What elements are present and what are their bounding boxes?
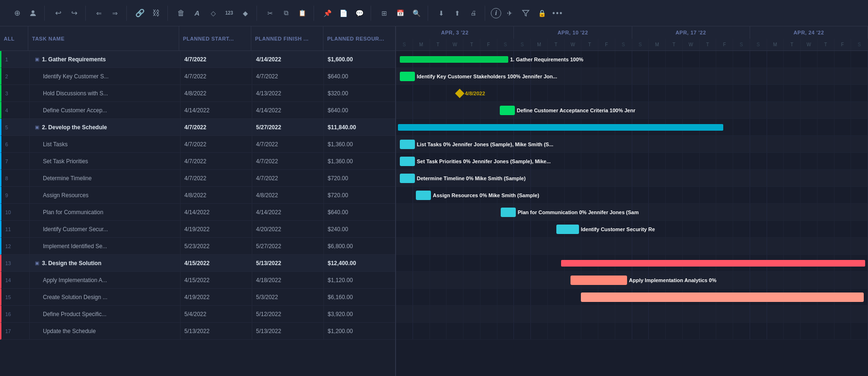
gantt-bar[interactable] — [400, 157, 415, 166]
table-row[interactable]: 1 ▣ 1. Gather Requirements 4/7/2022 4/14… — [0, 51, 395, 68]
gantt-row[interactable]: 1. Gather Requirements 100% — [396, 51, 868, 68]
gantt-row[interactable]: 4/8/2022 — [396, 85, 868, 102]
shape-icon[interactable]: ◇ — [206, 6, 221, 21]
grid-body[interactable]: 1 ▣ 1. Gather Requirements 4/7/2022 4/14… — [0, 51, 395, 376]
search-icon[interactable]: 🔍 — [409, 6, 424, 21]
link-icon[interactable]: 🔗 — [132, 6, 148, 21]
gantt-bar[interactable] — [416, 191, 431, 200]
gantt-body[interactable]: 1. Gather Requirements 100%Identify Key … — [396, 51, 868, 376]
download-icon[interactable]: ⬇ — [434, 6, 449, 21]
row-start-cell: 4/19/2022 — [181, 221, 252, 237]
gantt-day: W — [683, 39, 700, 51]
gantt-milestone[interactable] — [455, 89, 464, 98]
more-options-icon[interactable]: ••• — [550, 6, 565, 21]
delete-icon[interactable]: 🗑 — [174, 6, 189, 21]
print-icon[interactable]: 🖨 — [466, 6, 481, 21]
table-row[interactable]: 6 List Tasks 4/7/2022 4/7/2022 $1,360.00 — [0, 136, 395, 153]
gantt-bar[interactable] — [500, 106, 515, 115]
gantt-bar[interactable] — [400, 72, 415, 81]
gantt-bar[interactable] — [581, 292, 864, 302]
row-finish-cell: 4/14/2022 — [252, 204, 324, 220]
gantt-bar[interactable] — [400, 56, 508, 63]
send-icon[interactable]: ✈ — [502, 6, 517, 21]
add-icon[interactable]: ⊕ — [9, 6, 25, 21]
comment-icon[interactable]: 💬 — [352, 6, 367, 21]
gantt-row[interactable] — [396, 238, 868, 255]
gantt-day: F — [835, 39, 851, 51]
table-row[interactable]: 3 Hold Discussions with S... 4/8/2022 4/… — [0, 85, 395, 102]
gantt-bar[interactable] — [398, 124, 723, 131]
table-row[interactable]: 4 Define Customer Accep... 4/14/2022 4/1… — [0, 102, 395, 119]
table-row[interactable]: 8 Determine Timeline 4/7/2022 4/7/2022 $… — [0, 170, 395, 187]
gantt-bar[interactable] — [400, 174, 415, 183]
table-row[interactable]: 5 ▣ 2. Develop the Schedule 4/7/2022 5/2… — [0, 119, 395, 136]
table-row[interactable]: 17 Update the Schedule 5/13/2022 5/13/20… — [0, 323, 395, 340]
gantt-row[interactable] — [396, 119, 868, 136]
gantt-day: S — [750, 39, 767, 51]
paste-icon[interactable]: 📋 — [295, 6, 310, 21]
calendar-icon[interactable]: 📅 — [393, 6, 408, 21]
text-format-icon[interactable]: A — [190, 6, 205, 21]
gantt-row[interactable] — [396, 306, 868, 323]
row-task-cell: Set Task Priorities — [30, 153, 181, 169]
table-row[interactable]: 7 Set Task Priorities 4/7/2022 4/7/2022 … — [0, 153, 395, 170]
collapse-icon[interactable]: ▣ — [33, 260, 40, 267]
task-name-label: Define Product Specific... — [43, 311, 107, 318]
outdent-icon[interactable]: ⇐ — [91, 6, 107, 21]
doc-icon[interactable]: 📄 — [336, 6, 351, 21]
row-start-cell: 4/8/2022 — [181, 187, 252, 203]
diamond-filled-icon[interactable]: ◆ — [238, 6, 253, 21]
gantt-bar[interactable] — [556, 225, 579, 234]
table-row[interactable]: 10 Plan for Communication 4/14/2022 4/14… — [0, 204, 395, 221]
pin-icon[interactable]: 📌 — [320, 6, 335, 21]
user-icon[interactable] — [25, 6, 41, 21]
indent-icon[interactable]: ⇒ — [107, 6, 123, 21]
undo-icon[interactable]: ↩ — [50, 6, 66, 21]
gantt-row[interactable]: Set Task Priorities 0% Jennifer Jones (S… — [396, 153, 868, 170]
gantt-week-4: APR, 24 '22 — [750, 26, 868, 39]
table-row[interactable]: 11 Identify Customer Secur... 4/19/2022 … — [0, 221, 395, 238]
unlink-icon[interactable]: ⛓ — [149, 6, 164, 21]
gantt-bar[interactable] — [501, 208, 516, 217]
lock-icon[interactable]: 🔒 — [534, 6, 549, 21]
gantt-row[interactable] — [396, 255, 868, 272]
table-row[interactable]: 15 Create Solution Design ... 4/19/2022 … — [0, 289, 395, 306]
gantt-row[interactable]: Assign Resources 0% Mike Smith (Sample) — [396, 187, 868, 204]
scissors-icon[interactable]: ✂ — [263, 6, 278, 21]
info-icon[interactable]: i — [491, 8, 501, 18]
table-row[interactable]: 16 Define Product Specific... 5/4/2022 5… — [0, 306, 395, 323]
gantt-row[interactable]: Apply Implementation Analytics 0% — [396, 272, 868, 289]
gantt-week-3: APR, 17 '22 — [632, 26, 750, 39]
gantt-bar[interactable] — [561, 260, 865, 267]
gantt-row[interactable] — [396, 323, 868, 340]
gantt-row[interactable]: Plan for Communication 0% Jennifer Jones… — [396, 204, 868, 221]
grid-header: ALL TASK NAME PLANNED START... PLANNED F… — [0, 26, 395, 51]
task-name-label: List Tasks — [43, 141, 67, 148]
gantt-row[interactable]: Identify Customer Security Re — [396, 221, 868, 238]
collapse-icon[interactable]: ▣ — [33, 124, 40, 131]
collapse-icon[interactable]: ▣ — [33, 56, 40, 63]
table-row[interactable]: 9 Assign Resources 4/8/2022 4/8/2022 $72… — [0, 187, 395, 204]
redo-icon[interactable]: ↪ — [66, 6, 82, 21]
gantt-row[interactable] — [396, 289, 868, 306]
grid-view-icon[interactable]: ⊞ — [377, 6, 392, 21]
gantt-row[interactable]: Define Customer Acceptance Criteria 100%… — [396, 102, 868, 119]
gantt-day: S — [514, 39, 531, 51]
gantt-row[interactable]: Identify Key Customer Stakeholders 100% … — [396, 68, 868, 85]
table-row[interactable]: 14 Apply Implementation A... 4/15/2022 4… — [0, 272, 395, 289]
number-icon[interactable]: 123 — [222, 6, 237, 21]
table-row[interactable]: 13 ▣ 3. Design the Solution 4/15/2022 5/… — [0, 255, 395, 272]
copy-icon[interactable]: ⧉ — [279, 6, 294, 21]
row-task-cell: ▣ 2. Develop the Schedule — [30, 119, 181, 135]
filter-icon[interactable] — [518, 6, 533, 21]
gantt-bar-label: Identify Key Customer Stakeholders 100% … — [417, 74, 557, 79]
gantt-bar[interactable] — [570, 276, 627, 285]
table-row[interactable]: 2 Identify Key Customer S... 4/7/2022 4/… — [0, 68, 395, 85]
upload-icon[interactable]: ⬆ — [450, 6, 465, 21]
gantt-header: APR, 3 '22 APR, 10 '22 APR, 17 '22 APR, … — [396, 26, 868, 51]
row-number: 15 — [1, 289, 30, 305]
gantt-bar[interactable] — [400, 140, 415, 149]
table-row[interactable]: 12 Implement Identified Se... 5/23/2022 … — [0, 238, 395, 255]
gantt-row[interactable]: List Tasks 0% Jennifer Jones (Sample), M… — [396, 136, 868, 153]
gantt-row[interactable]: Determine Timeline 0% Mike Smith (Sample… — [396, 170, 868, 187]
